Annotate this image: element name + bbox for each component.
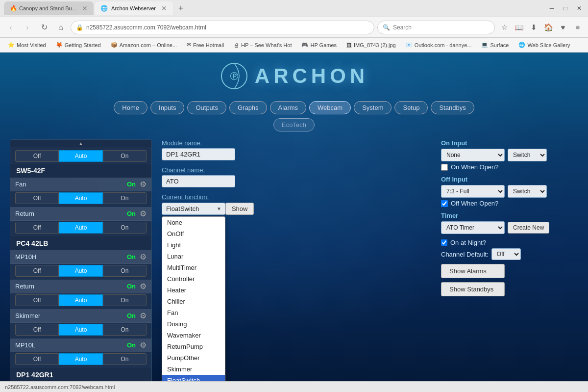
fan-btn-auto[interactable]: Auto: [59, 192, 102, 204]
address-input[interactable]: [86, 24, 369, 31]
return-btn-off[interactable]: Off: [15, 222, 59, 234]
bookmark-amazon[interactable]: 📦 Amazon.com – Online...: [107, 40, 181, 50]
menu-icon[interactable]: ≡: [571, 21, 584, 34]
maximize-button[interactable]: □: [561, 3, 570, 13]
sidebar-scroll[interactable]: Off Auto On SW5-42F Fan On ⚙: [10, 147, 151, 381]
home-button[interactable]: ⌂: [54, 21, 68, 34]
mp10l-btn-auto[interactable]: Auto: [59, 353, 102, 365]
channel-skimmer-gear[interactable]: ⚙: [140, 311, 147, 320]
mp10h-btn-auto[interactable]: Auto: [59, 265, 102, 277]
channel-mp10h-gear[interactable]: ⚙: [140, 252, 147, 261]
mp10l-btn-on[interactable]: On: [103, 353, 147, 365]
mp10h-btn-off[interactable]: Off: [15, 265, 59, 277]
module-name-label[interactable]: Module name:: [162, 139, 431, 147]
reading-view-icon[interactable]: 📖: [513, 21, 525, 34]
timer-select[interactable]: ATO Timer: [441, 221, 505, 234]
channel-return2-gear[interactable]: ⚙: [140, 282, 147, 291]
nav-graphs[interactable]: Graphs: [229, 101, 267, 114]
show-standbys-button[interactable]: Show Standbys: [441, 282, 505, 296]
search-box[interactable]: 🔍: [377, 21, 495, 34]
back-button[interactable]: ‹: [4, 21, 18, 34]
btn-off-top[interactable]: Off: [15, 150, 59, 162]
bookmark-hp-games[interactable]: 🎮 HP Games: [297, 40, 341, 50]
show-alarms-button[interactable]: Show Alarms: [441, 264, 505, 278]
nav-system[interactable]: System: [354, 101, 392, 114]
option-fan[interactable]: Fan: [162, 307, 225, 318]
option-returnpump[interactable]: ReturnPump: [162, 341, 225, 352]
bookmark-most-visited[interactable]: ⭐ Most Visited: [4, 40, 50, 50]
new-tab-button[interactable]: +: [174, 1, 188, 15]
fan-btn-off[interactable]: Off: [15, 192, 59, 204]
bookmark-hp[interactable]: 🖨 HP – See What's Hot: [230, 41, 295, 50]
off-input-type-select[interactable]: Switch: [508, 185, 547, 198]
nav-inputs[interactable]: Inputs: [150, 101, 184, 114]
channel-name-label[interactable]: Channel name:: [162, 166, 431, 174]
nav-standbys[interactable]: Standbys: [431, 101, 474, 114]
option-wavemaker[interactable]: Wavemaker: [162, 330, 225, 341]
nav-ecotech[interactable]: EcoTech: [273, 118, 315, 131]
channel-mp10l-gear[interactable]: ⚙: [140, 340, 147, 350]
skimmer-btn-on[interactable]: On: [103, 324, 147, 336]
address-bar[interactable]: 🔒: [71, 21, 374, 34]
option-light[interactable]: Light: [162, 239, 225, 251]
bookmark-outlook[interactable]: 📧 Outlook.com - dannye...: [402, 40, 476, 50]
close-button[interactable]: ✕: [574, 3, 584, 13]
download-icon[interactable]: ⬇: [527, 21, 540, 34]
fan-btn-on[interactable]: On: [103, 192, 147, 204]
scroll-up-button[interactable]: ▲: [10, 140, 151, 147]
option-lunar[interactable]: Lunar: [162, 251, 225, 262]
off-when-open-checkbox[interactable]: [441, 200, 448, 207]
off-input-select[interactable]: 7:3 - Full: [441, 185, 505, 198]
function-label[interactable]: Current function:: [162, 193, 209, 201]
nav-home[interactable]: Home: [114, 101, 147, 114]
option-multitimer[interactable]: MultiTimer: [162, 262, 225, 273]
favorites-heart-icon[interactable]: ♥: [557, 21, 569, 34]
channel-return-gear[interactable]: ⚙: [140, 209, 147, 218]
nav-alarms[interactable]: Alarms: [270, 101, 306, 114]
option-controller[interactable]: Controller: [162, 273, 225, 285]
search-input[interactable]: [393, 24, 476, 31]
bookmark-surface[interactable]: 💻 Surface: [477, 40, 513, 50]
skimmer-btn-auto[interactable]: Auto: [59, 324, 102, 336]
btn-on-top[interactable]: On: [103, 150, 147, 162]
on-input-select[interactable]: None: [441, 149, 505, 161]
bookmark-web-slice[interactable]: 🌐 Web Slice Gallery: [514, 40, 574, 50]
show-button[interactable]: Show: [225, 203, 254, 215]
return2-btn-on[interactable]: On: [103, 294, 147, 306]
nav-webcam[interactable]: Webcam: [309, 101, 351, 114]
mp10l-btn-off[interactable]: Off: [15, 353, 59, 365]
nav-outputs[interactable]: Outputs: [187, 101, 226, 114]
option-chiller[interactable]: Chiller: [162, 296, 225, 307]
tab-1-close[interactable]: ✕: [82, 4, 88, 12]
minimize-button[interactable]: ─: [547, 3, 557, 13]
return2-btn-auto[interactable]: Auto: [59, 294, 102, 306]
return2-btn-off[interactable]: Off: [15, 294, 59, 306]
bookmark-getting-started[interactable]: 🦊 Getting Started: [52, 40, 105, 50]
option-none[interactable]: None: [162, 217, 225, 228]
option-pumpother[interactable]: PumpOther: [162, 352, 225, 364]
channel-name-input[interactable]: [162, 175, 235, 187]
favorites-icon[interactable]: ☆: [498, 21, 511, 34]
option-heater[interactable]: Heater: [162, 285, 225, 296]
option-onoff[interactable]: OnOff: [162, 228, 225, 239]
option-skimmer[interactable]: Skimmer: [162, 364, 225, 375]
on-at-night-checkbox[interactable]: [441, 239, 447, 246]
tab-2[interactable]: 🌐 Archon Webserver ✕: [95, 1, 173, 15]
channel-fan-gear[interactable]: ⚙: [140, 180, 147, 189]
refresh-button[interactable]: ↻: [37, 21, 51, 34]
mp10h-btn-on[interactable]: On: [103, 265, 147, 277]
btn-auto-top[interactable]: Auto: [59, 150, 102, 162]
on-input-type-select[interactable]: Switch: [508, 149, 547, 161]
create-new-button[interactable]: Create New: [508, 222, 549, 234]
module-name-input[interactable]: [162, 148, 235, 160]
function-select[interactable]: FloatSwitch: [162, 203, 225, 215]
forward-button[interactable]: ›: [21, 21, 34, 34]
home-nav-icon[interactable]: 🏠: [542, 21, 555, 34]
return-btn-auto[interactable]: Auto: [59, 222, 102, 234]
skimmer-btn-off[interactable]: Off: [15, 324, 59, 336]
channel-default-select[interactable]: Off: [491, 248, 521, 260]
on-when-open-checkbox[interactable]: [441, 164, 448, 171]
tab-1[interactable]: 🔥 Canopy and Stand Build for... ✕: [4, 1, 94, 15]
bookmark-img[interactable]: 🖼 IMG_8743 (2).jpg: [343, 41, 400, 50]
return-btn-on[interactable]: On: [103, 222, 147, 234]
